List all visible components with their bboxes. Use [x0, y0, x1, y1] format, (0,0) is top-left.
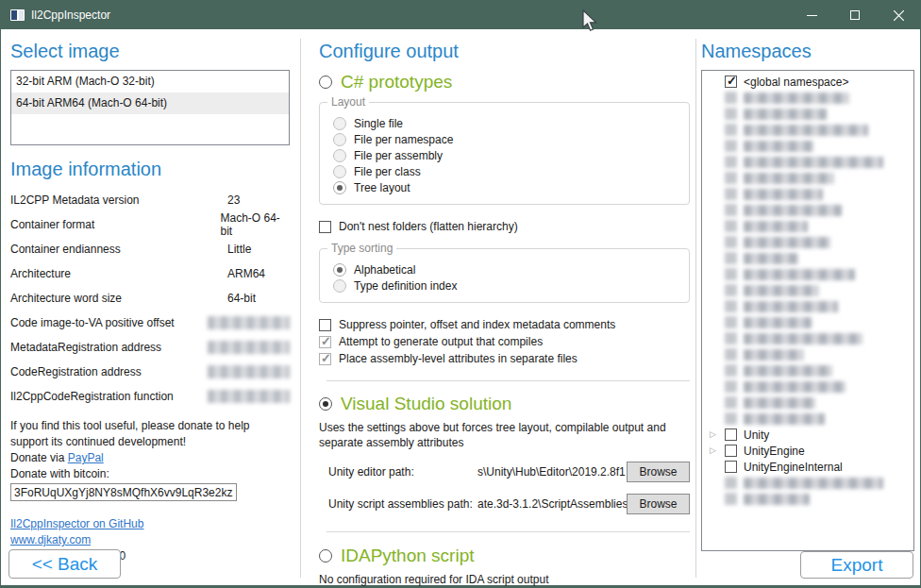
namespace-checkbox-redacted[interactable] — [725, 364, 737, 377]
radio-glyph[interactable] — [333, 279, 346, 293]
checkbox-glyph[interactable] — [319, 353, 331, 365]
radio-option-row[interactable]: File per assembly — [333, 148, 679, 163]
namespace-checkbox-redacted[interactable] — [725, 284, 737, 296]
namespace-tree-row[interactable]: <global namespace> — [702, 74, 913, 90]
unity-editor-browse-button[interactable]: Browse — [627, 462, 690, 482]
expander-icon[interactable]: ▷ — [710, 443, 725, 459]
namespace-tree-row[interactable] — [702, 202, 913, 218]
namespace-checkbox-redacted[interactable] — [725, 332, 737, 344]
namespace-tree-row[interactable] — [702, 138, 913, 154]
back-button[interactable]: << Back — [8, 549, 121, 579]
idapython-radio[interactable] — [319, 549, 332, 563]
namespace-tree-row[interactable] — [702, 154, 913, 170]
unity-editor-path-value[interactable]: s\Unity\Hub\Editor\2019.2.8f1 — [477, 465, 627, 479]
vs-solution-option[interactable]: Visual Studio solution — [319, 394, 690, 414]
radio-glyph[interactable] — [333, 133, 346, 146]
namespace-checkbox-redacted[interactable] — [725, 493, 737, 505]
namespace-tree-row[interactable] — [702, 282, 913, 298]
namespace-checkbox-redacted[interactable] — [725, 220, 737, 232]
namespace-tree-row[interactable]: ▷Unity — [702, 427, 913, 443]
namespace-tree-row[interactable]: UnityEngineInternal — [702, 459, 913, 475]
namespace-tree-row[interactable] — [702, 122, 913, 138]
bitcoin-address-input[interactable] — [10, 483, 237, 501]
radio-glyph[interactable] — [333, 117, 346, 130]
namespace-tree-row[interactable] — [702, 266, 913, 282]
namespace-checkbox-redacted[interactable] — [725, 156, 737, 168]
namespace-checkbox-redacted[interactable] — [725, 172, 737, 184]
flatten-checkbox[interactable] — [319, 221, 331, 233]
radio-option-row[interactable]: Single file — [333, 116, 679, 131]
maximize-button[interactable] — [833, 1, 877, 29]
namespace-tree-row[interactable] — [702, 298, 913, 314]
minimize-button[interactable] — [790, 1, 833, 29]
namespace-tree-row[interactable] — [702, 314, 913, 330]
namespace-checkbox[interactable] — [725, 461, 737, 473]
unity-assemblies-browse-button[interactable]: Browse — [627, 494, 690, 514]
radio-option-row[interactable]: Tree layout — [333, 180, 679, 195]
image-list-item[interactable]: 64-bit ARM64 (Mach-O 64-bit) — [11, 92, 289, 114]
namespace-tree-row[interactable] — [702, 491, 913, 507]
namespace-tree-row[interactable] — [702, 218, 913, 234]
namespace-tree-row[interactable] — [702, 90, 913, 106]
idapython-option[interactable]: IDAPython script — [319, 546, 690, 566]
website-link[interactable]: www.djkaty.com — [10, 533, 91, 546]
namespace-checkbox-redacted[interactable] — [725, 140, 737, 152]
namespace-tree-row[interactable] — [702, 411, 913, 427]
unity-assemblies-path-value[interactable]: ate.3d-3.1.2\ScriptAssemblies — [477, 497, 627, 511]
namespace-checkbox-redacted[interactable] — [725, 204, 737, 216]
radio-option-row[interactable]: File per class — [333, 164, 679, 179]
image-listbox[interactable]: 32-bit ARM (Mach-O 32-bit)64-bit ARM64 (… — [10, 70, 290, 145]
app-icon[interactable] — [10, 9, 25, 21]
radio-glyph[interactable] — [333, 149, 346, 162]
namespace-checkbox-redacted[interactable] — [725, 412, 737, 425]
checkbox-row[interactable]: Place assembly-level attributes in separ… — [319, 350, 690, 367]
radio-option-row[interactable]: Alphabetical — [333, 262, 679, 277]
radio-glyph[interactable] — [333, 165, 346, 178]
radio-glyph[interactable] — [333, 263, 346, 277]
namespace-tree-row[interactable] — [702, 170, 913, 186]
namespace-tree-row[interactable] — [702, 362, 913, 378]
namespace-checkbox-redacted[interactable] — [725, 316, 737, 328]
checkbox-row[interactable]: Suppress pointer, offset and index metad… — [319, 316, 690, 333]
namespace-checkbox-redacted[interactable] — [725, 108, 737, 120]
namespace-tree-row[interactable] — [702, 250, 913, 266]
radio-option-row[interactable]: File per namespace — [333, 132, 679, 147]
vs-solution-radio[interactable] — [319, 397, 332, 411]
namespace-tree-row[interactable] — [702, 475, 913, 491]
csharp-prototypes-option[interactable]: C# prototypes — [319, 72, 690, 92]
flatten-checkbox-row[interactable]: Don't nest folders (flatten hierarchy) — [319, 220, 690, 233]
namespace-checkbox-redacted[interactable] — [725, 188, 737, 200]
namespace-checkbox[interactable] — [725, 76, 737, 88]
close-button[interactable] — [877, 1, 920, 29]
namespace-checkbox-redacted[interactable] — [725, 396, 737, 409]
radio-glyph[interactable] — [333, 181, 346, 194]
namespace-checkbox-redacted[interactable] — [725, 252, 737, 264]
namespace-checkbox[interactable] — [725, 445, 737, 457]
namespace-checkbox-redacted[interactable] — [725, 92, 737, 104]
radio-option-row[interactable]: Type definition index — [333, 278, 679, 294]
namespace-checkbox-redacted[interactable] — [725, 236, 737, 248]
checkbox-row[interactable]: Attempt to generate output that compiles — [319, 333, 690, 350]
paypal-link[interactable]: PayPal — [68, 451, 104, 464]
namespace-tree-row[interactable] — [702, 330, 913, 346]
csharp-prototypes-radio[interactable] — [319, 76, 332, 89]
namespace-checkbox-redacted[interactable] — [725, 348, 737, 361]
namespace-tree-row[interactable] — [702, 106, 913, 122]
namespace-checkbox[interactable] — [725, 428, 737, 441]
namespace-checkbox-redacted[interactable] — [725, 380, 737, 393]
checkbox-glyph[interactable] — [319, 336, 331, 348]
namespace-checkbox-redacted[interactable] — [725, 268, 737, 280]
expander-icon[interactable]: ▷ — [710, 427, 725, 443]
namespace-checkbox-redacted[interactable] — [725, 124, 737, 136]
namespace-tree-row[interactable]: ▷UnityEngine — [702, 443, 913, 459]
checkbox-glyph[interactable] — [319, 319, 331, 331]
namespaces-listbox[interactable]: <global namespace>▷Unity▷UnityEngineUnit… — [701, 70, 914, 551]
namespace-tree-row[interactable] — [702, 346, 913, 362]
namespace-checkbox-redacted[interactable] — [725, 477, 737, 489]
image-list-item[interactable]: 32-bit ARM (Mach-O 32-bit) — [11, 71, 289, 92]
github-link[interactable]: Il2CppInspector on GitHub — [10, 517, 143, 530]
namespace-tree-row[interactable] — [702, 395, 913, 411]
namespace-checkbox-redacted[interactable] — [725, 300, 737, 312]
namespace-tree-row[interactable] — [702, 186, 913, 202]
namespace-tree-row[interactable] — [702, 378, 913, 395]
